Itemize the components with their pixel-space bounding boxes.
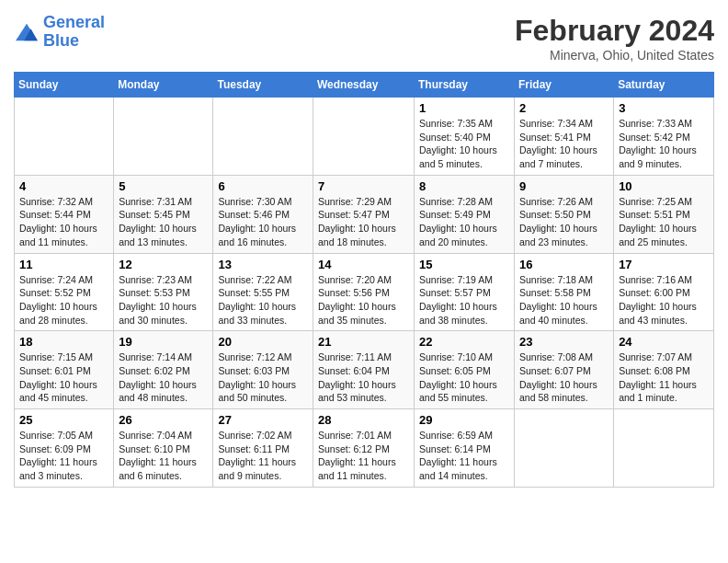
day-number: 20 bbox=[218, 335, 308, 349]
day-cell: 5Sunrise: 7:31 AM Sunset: 5:45 PM Daylig… bbox=[114, 175, 213, 253]
day-cell: 9Sunrise: 7:26 AM Sunset: 5:50 PM Daylig… bbox=[515, 175, 614, 253]
day-cell: 24Sunrise: 7:07 AM Sunset: 6:08 PM Dayli… bbox=[614, 331, 714, 409]
day-info: Sunrise: 7:30 AM Sunset: 5:46 PM Dayligh… bbox=[218, 195, 308, 249]
logo: General Blue bbox=[14, 14, 105, 51]
logo-text: General Blue bbox=[43, 14, 105, 51]
header-cell-thursday: Thursday bbox=[415, 73, 515, 98]
day-number: 19 bbox=[119, 335, 208, 349]
day-cell: 4Sunrise: 7:32 AM Sunset: 5:44 PM Daylig… bbox=[15, 175, 114, 253]
header-cell-saturday: Saturday bbox=[614, 73, 714, 98]
day-info: Sunrise: 7:04 AM Sunset: 6:10 PM Dayligh… bbox=[119, 429, 208, 483]
day-info: Sunrise: 7:33 AM Sunset: 5:42 PM Dayligh… bbox=[619, 117, 709, 171]
day-cell: 3Sunrise: 7:33 AM Sunset: 5:42 PM Daylig… bbox=[614, 98, 714, 176]
day-cell: 27Sunrise: 7:02 AM Sunset: 6:11 PM Dayli… bbox=[213, 409, 313, 488]
day-number: 2 bbox=[519, 101, 609, 115]
calendar-table: SundayMondayTuesdayWednesdayThursdayFrid… bbox=[14, 72, 714, 488]
day-cell: 2Sunrise: 7:34 AM Sunset: 5:41 PM Daylig… bbox=[515, 98, 614, 176]
day-info: Sunrise: 7:07 AM Sunset: 6:08 PM Dayligh… bbox=[619, 350, 709, 405]
header: General Blue February 2024 Minerva, Ohio… bbox=[14, 14, 714, 63]
day-cell: 16Sunrise: 7:18 AM Sunset: 5:58 PM Dayli… bbox=[515, 253, 614, 331]
title-area: February 2024 Minerva, Ohio, United Stat… bbox=[515, 14, 714, 63]
day-info: Sunrise: 6:59 AM Sunset: 6:14 PM Dayligh… bbox=[419, 429, 509, 483]
day-number: 29 bbox=[419, 413, 509, 427]
day-number: 8 bbox=[419, 179, 509, 193]
day-number: 6 bbox=[218, 179, 308, 193]
day-number: 22 bbox=[419, 335, 509, 349]
day-info: Sunrise: 7:22 AM Sunset: 5:55 PM Dayligh… bbox=[218, 273, 308, 327]
day-info: Sunrise: 7:10 AM Sunset: 6:05 PM Dayligh… bbox=[419, 350, 509, 405]
day-info: Sunrise: 7:34 AM Sunset: 5:41 PM Dayligh… bbox=[519, 117, 609, 171]
day-cell: 23Sunrise: 7:08 AM Sunset: 6:07 PM Dayli… bbox=[515, 331, 614, 409]
day-number: 5 bbox=[119, 179, 208, 193]
day-cell: 12Sunrise: 7:23 AM Sunset: 5:53 PM Dayli… bbox=[114, 253, 213, 331]
day-number: 11 bbox=[19, 258, 108, 271]
day-cell: 17Sunrise: 7:16 AM Sunset: 6:00 PM Dayli… bbox=[614, 253, 714, 331]
day-info: Sunrise: 7:15 AM Sunset: 6:01 PM Dayligh… bbox=[19, 350, 108, 405]
header-row: SundayMondayTuesdayWednesdayThursdayFrid… bbox=[15, 73, 714, 98]
day-number: 25 bbox=[19, 413, 108, 427]
day-number: 13 bbox=[218, 258, 308, 271]
day-number: 28 bbox=[318, 413, 409, 427]
day-cell: 1Sunrise: 7:35 AM Sunset: 5:40 PM Daylig… bbox=[415, 98, 515, 176]
calendar-body: 1Sunrise: 7:35 AM Sunset: 5:40 PM Daylig… bbox=[15, 98, 714, 488]
day-number: 3 bbox=[619, 101, 709, 115]
day-cell bbox=[614, 409, 714, 488]
day-info: Sunrise: 7:01 AM Sunset: 6:12 PM Dayligh… bbox=[318, 429, 409, 483]
day-number: 18 bbox=[19, 335, 108, 349]
day-info: Sunrise: 7:25 AM Sunset: 5:51 PM Dayligh… bbox=[619, 195, 709, 249]
day-info: Sunrise: 7:20 AM Sunset: 5:56 PM Dayligh… bbox=[318, 273, 409, 327]
day-number: 12 bbox=[119, 258, 208, 271]
day-info: Sunrise: 7:32 AM Sunset: 5:44 PM Dayligh… bbox=[19, 195, 108, 249]
day-info: Sunrise: 7:05 AM Sunset: 6:09 PM Dayligh… bbox=[19, 429, 108, 483]
day-number: 16 bbox=[519, 258, 609, 271]
day-info: Sunrise: 7:14 AM Sunset: 6:02 PM Dayligh… bbox=[119, 350, 208, 405]
day-info: Sunrise: 7:29 AM Sunset: 5:47 PM Dayligh… bbox=[318, 195, 409, 249]
day-info: Sunrise: 7:02 AM Sunset: 6:11 PM Dayligh… bbox=[218, 429, 308, 483]
day-number: 21 bbox=[318, 335, 409, 349]
day-cell: 29Sunrise: 6:59 AM Sunset: 6:14 PM Dayli… bbox=[415, 409, 515, 488]
day-info: Sunrise: 7:23 AM Sunset: 5:53 PM Dayligh… bbox=[119, 273, 208, 327]
day-cell bbox=[114, 98, 213, 176]
day-cell: 15Sunrise: 7:19 AM Sunset: 5:57 PM Dayli… bbox=[415, 253, 515, 331]
day-cell: 14Sunrise: 7:20 AM Sunset: 5:56 PM Dayli… bbox=[313, 253, 415, 331]
header-cell-sunday: Sunday bbox=[15, 73, 114, 98]
day-info: Sunrise: 7:19 AM Sunset: 5:57 PM Dayligh… bbox=[419, 273, 509, 327]
week-row-1: 1Sunrise: 7:35 AM Sunset: 5:40 PM Daylig… bbox=[15, 98, 714, 176]
day-cell: 10Sunrise: 7:25 AM Sunset: 5:51 PM Dayli… bbox=[614, 175, 714, 253]
day-number: 15 bbox=[419, 258, 509, 271]
day-number: 26 bbox=[119, 413, 208, 427]
week-row-2: 4Sunrise: 7:32 AM Sunset: 5:44 PM Daylig… bbox=[15, 175, 714, 253]
day-cell bbox=[15, 98, 114, 176]
day-info: Sunrise: 7:18 AM Sunset: 5:58 PM Dayligh… bbox=[519, 273, 609, 327]
day-cell bbox=[313, 98, 415, 176]
day-number: 9 bbox=[519, 179, 609, 193]
header-cell-wednesday: Wednesday bbox=[313, 73, 415, 98]
day-info: Sunrise: 7:12 AM Sunset: 6:03 PM Dayligh… bbox=[218, 350, 308, 405]
day-info: Sunrise: 7:26 AM Sunset: 5:50 PM Dayligh… bbox=[519, 195, 609, 249]
day-cell: 28Sunrise: 7:01 AM Sunset: 6:12 PM Dayli… bbox=[313, 409, 415, 488]
day-number: 27 bbox=[218, 413, 308, 427]
day-info: Sunrise: 7:31 AM Sunset: 5:45 PM Dayligh… bbox=[119, 195, 208, 249]
day-number: 4 bbox=[19, 179, 108, 193]
header-cell-monday: Monday bbox=[114, 73, 213, 98]
logo-icon bbox=[14, 22, 40, 42]
logo-line1: General bbox=[43, 13, 105, 31]
day-cell: 13Sunrise: 7:22 AM Sunset: 5:55 PM Dayli… bbox=[213, 253, 313, 331]
main-title: February 2024 bbox=[515, 14, 714, 48]
header-cell-friday: Friday bbox=[515, 73, 614, 98]
week-row-5: 25Sunrise: 7:05 AM Sunset: 6:09 PM Dayli… bbox=[15, 409, 714, 488]
day-number: 10 bbox=[619, 179, 709, 193]
day-number: 7 bbox=[318, 179, 409, 193]
day-cell: 21Sunrise: 7:11 AM Sunset: 6:04 PM Dayli… bbox=[313, 331, 415, 409]
week-row-3: 11Sunrise: 7:24 AM Sunset: 5:52 PM Dayli… bbox=[15, 253, 714, 331]
day-number: 23 bbox=[519, 335, 609, 349]
day-number: 1 bbox=[419, 101, 509, 115]
day-cell: 18Sunrise: 7:15 AM Sunset: 6:01 PM Dayli… bbox=[15, 331, 114, 409]
logo-line2: Blue bbox=[43, 31, 79, 50]
day-info: Sunrise: 7:16 AM Sunset: 6:00 PM Dayligh… bbox=[619, 273, 709, 327]
day-number: 14 bbox=[318, 258, 409, 271]
day-cell: 25Sunrise: 7:05 AM Sunset: 6:09 PM Dayli… bbox=[15, 409, 114, 488]
day-info: Sunrise: 7:28 AM Sunset: 5:49 PM Dayligh… bbox=[419, 195, 509, 249]
day-cell: 19Sunrise: 7:14 AM Sunset: 6:02 PM Dayli… bbox=[114, 331, 213, 409]
subtitle: Minerva, Ohio, United States bbox=[515, 48, 714, 63]
